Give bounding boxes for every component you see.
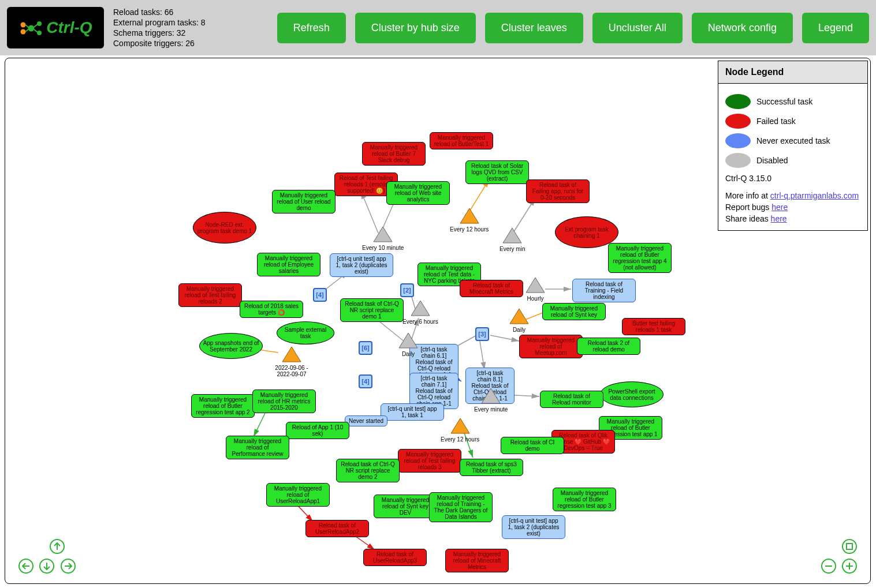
- task-node[interactable]: Node-RED ext. program task demo 1: [193, 212, 256, 244]
- task-node[interactable]: Reload task 2 of reload demo: [577, 338, 640, 355]
- zoom-out-button[interactable]: [819, 557, 838, 575]
- task-node[interactable]: Reload task of Ctrl-Q NR script replace …: [336, 459, 400, 482]
- trigger-node[interactable]: Every 6 hours: [402, 299, 438, 325]
- task-node[interactable]: PowerShell export data connections: [600, 381, 663, 407]
- svg-marker-35: [399, 333, 418, 348]
- cluster-leaves-button[interactable]: Cluster leaves: [485, 13, 583, 43]
- cluster-node[interactable]: [4]: [313, 288, 327, 302]
- task-node[interactable]: Manually triggered reload of Butler regr…: [191, 394, 255, 418]
- nav-right-button[interactable]: [59, 557, 77, 575]
- task-node[interactable]: Manually triggered reload of Synt key: [542, 303, 606, 320]
- task-node[interactable]: Reload task of Solar logs QVD from CSV (…: [465, 160, 529, 184]
- success-icon: [725, 94, 751, 109]
- task-node[interactable]: Manually triggered reload of Synt key DE…: [374, 495, 437, 518]
- nav-left-button[interactable]: [17, 557, 35, 575]
- nav-down-button[interactable]: [38, 557, 56, 575]
- task-node[interactable]: Manually triggered reload of Web site an…: [386, 181, 450, 205]
- trigger-node[interactable]: Daily: [398, 332, 419, 357]
- svg-marker-36: [282, 347, 301, 362]
- task-node[interactable]: App snapshots end of September 2022: [199, 333, 263, 359]
- svg-line-5: [25, 25, 29, 28]
- svg-line-8: [34, 29, 38, 32]
- task-node[interactable]: Reload task of CI demo: [501, 437, 564, 454]
- svg-point-3: [37, 21, 42, 26]
- task-node[interactable]: Reload task of Reload monitor: [540, 391, 603, 408]
- task-node[interactable]: Reload task of UserReloadApp3: [363, 549, 427, 566]
- svg-point-43: [843, 540, 856, 553]
- svg-point-1: [21, 29, 26, 35]
- task-node[interactable]: Reload task of UserReloadApp2: [305, 520, 369, 537]
- task-node[interactable]: Never started: [345, 415, 387, 426]
- legend-row-disabled: Disabled: [725, 153, 860, 168]
- task-node[interactable]: Manually triggered reload of Test failin…: [178, 283, 242, 307]
- stat-reload: Reload tasks: 66: [113, 7, 229, 17]
- cluster-node[interactable]: [6]: [359, 341, 372, 355]
- task-node[interactable]: Reload of 2018 sales targets ⭕: [240, 301, 303, 318]
- cluster-node[interactable]: [4]: [359, 374, 372, 388]
- task-node[interactable]: Manually triggered reload of Butler regr…: [608, 243, 672, 273]
- network-config-button[interactable]: Network config: [692, 13, 793, 43]
- task-node[interactable]: Reload task of Failing app, runs for 0-2…: [526, 179, 590, 203]
- trigger-node[interactable]: Every 12 hours: [450, 207, 489, 233]
- trigger-node[interactable]: Every minute: [474, 387, 508, 413]
- task-node[interactable]: Manually triggered reload of User reload…: [272, 190, 336, 214]
- fit-button[interactable]: [840, 537, 859, 556]
- task-node[interactable]: [ctrl-q unit test] app 1, task 1: [381, 403, 444, 421]
- task-node[interactable]: Manually triggered reload of Butler regr…: [553, 488, 616, 511]
- svg-marker-30: [374, 227, 392, 242]
- refresh-button[interactable]: Refresh: [277, 13, 346, 43]
- trigger-node[interactable]: Daily: [509, 308, 530, 333]
- report-bugs-link[interactable]: here: [771, 203, 788, 212]
- task-node[interactable]: Manually triggered reload of ButlerTest …: [430, 132, 493, 149]
- task-node[interactable]: Reload task of Ctrl-Q NR script replace …: [340, 298, 404, 322]
- svg-line-7: [34, 24, 38, 27]
- svg-point-0: [21, 23, 26, 28]
- task-node[interactable]: Manually triggered reload of Meetup.com: [519, 335, 583, 358]
- cluster-node[interactable]: [3]: [475, 327, 489, 341]
- task-node[interactable]: Butler test failing reloads 1 task: [622, 318, 685, 335]
- network-canvas[interactable]: Manually triggered reload of ButlerTest …: [5, 58, 871, 584]
- trigger-node[interactable]: Every 10 minute: [362, 226, 404, 251]
- arrow-right-icon: [60, 558, 76, 574]
- stats-block: Reload tasks: 66 External program tasks:…: [113, 7, 229, 48]
- stat-ext: External program tasks: 8: [113, 17, 229, 28]
- logo-icon: [18, 16, 43, 40]
- task-node[interactable]: Manually triggered reload of Butler 7 Sl…: [362, 142, 426, 166]
- task-node[interactable]: Manually triggered reload of Test failin…: [398, 449, 461, 473]
- task-node[interactable]: [ctrl-q unit test] app 1, task 2 (duplic…: [502, 515, 565, 539]
- legend-row-never: Never executed task: [725, 133, 860, 148]
- task-node[interactable]: Manually triggered reload of Minecraft M…: [445, 549, 509, 572]
- minus-icon: [821, 558, 837, 574]
- cluster-hub-button[interactable]: Cluster by hub size: [355, 13, 476, 43]
- zoom-in-button[interactable]: [840, 557, 859, 575]
- legend-title: Node Legend: [718, 61, 867, 84]
- uncluster-button[interactable]: Uncluster All: [592, 13, 683, 43]
- trigger-node[interactable]: Every min: [499, 227, 525, 252]
- trigger-node[interactable]: 2022-09-06 - 2022-09-07: [269, 346, 315, 377]
- task-node[interactable]: Reload task of Training - Field indexing: [572, 279, 636, 302]
- task-node[interactable]: Reload task of sps3 Tibber (extract): [460, 459, 523, 476]
- share-ideas-link[interactable]: here: [771, 214, 787, 223]
- legend-row-failed: Failed task: [725, 114, 860, 129]
- task-node[interactable]: Reload of App 1 (10 sek): [286, 422, 349, 439]
- task-node[interactable]: [ctrl-q unit test] app 1, task 2 (duplic…: [330, 253, 393, 277]
- nav-controls: [17, 537, 77, 576]
- svg-marker-34: [510, 309, 528, 324]
- trigger-node[interactable]: Hourly: [525, 276, 546, 302]
- svg-rect-44: [847, 544, 852, 549]
- arrow-up-icon: [49, 538, 65, 555]
- trigger-node[interactable]: Every 12 hours: [441, 417, 479, 443]
- cluster-node[interactable]: [2]: [400, 283, 414, 297]
- task-node[interactable]: Reload task of Minecraft Metrics: [460, 280, 523, 297]
- top-bar: Ctrl-Q Reload tasks: 66 External program…: [0, 0, 876, 55]
- task-node[interactable]: Manually triggered reload of UserReloadA…: [266, 483, 330, 507]
- task-node[interactable]: Manually triggered reload of Performance…: [226, 436, 289, 459]
- more-info-link[interactable]: ctrl-q.ptarmiganlabs.com: [770, 191, 859, 200]
- task-node[interactable]: Sample external task: [277, 321, 334, 344]
- task-node[interactable]: Manually triggered reload of Training - …: [429, 492, 493, 522]
- nav-up-button[interactable]: [48, 537, 66, 556]
- fit-icon: [841, 538, 858, 555]
- task-node[interactable]: Manually triggered reload of Employee sa…: [257, 253, 320, 276]
- legend-button[interactable]: Legend: [802, 13, 869, 43]
- task-node[interactable]: Manually triggered reload of HR metrics …: [252, 389, 316, 413]
